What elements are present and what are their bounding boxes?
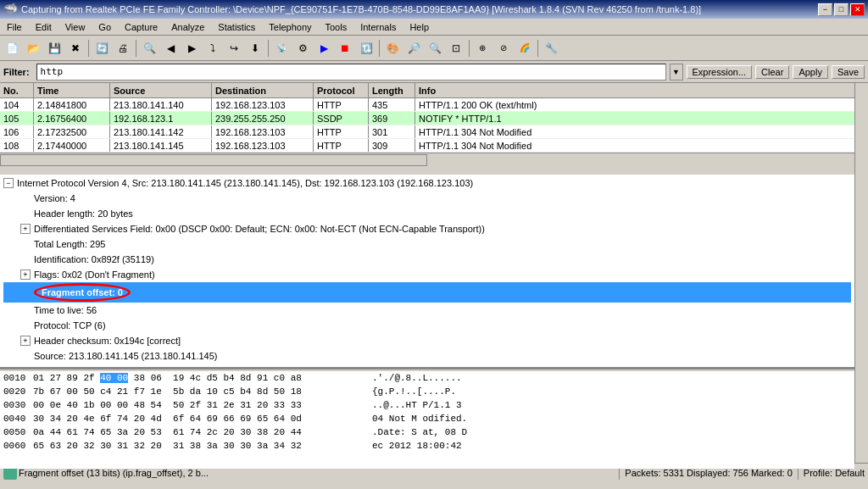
stop-capture-button[interactable]: ⏹ [335,38,355,58]
hex-row-0020: 0020 7b 67 00 50 c4 21 f7 1e 5b da 10 c5… [0,385,854,398]
hex-row-0030: 0030 00 0e 40 1b 00 00 48 54 50 2f 31 2e… [0,398,854,412]
table-row[interactable]: 108 2.17440000 213.180.141.145 192.168.1… [0,139,854,153]
ipv4-header-label: Internet Protocol Version 4, Src: 213.18… [17,176,473,190]
ipv4-header-row[interactable]: Internet Protocol Version 4, Src: 213.18… [3,175,851,191]
hex-row-0010: 0010 01 27 89 2f 40 00 38 06 19 4c d5 b4… [0,371,854,385]
toolbar-sep-3 [268,40,269,57]
toolbar-sep-5 [469,40,470,57]
detail-dsfield[interactable]: Differentiated Services Field: 0x00 (DSC… [3,221,851,236]
hex-pane-vscrollbar[interactable] [854,371,868,463]
details-pane: Internet Protocol Version 4, Src: 213.18… [0,175,854,370]
detail-source-ip[interactable]: Source: 213.180.141.145 (213.180.141.145… [3,348,851,364]
capture-filter-button[interactable]: ⊕ [472,38,492,58]
filter-bar: Filter: ▼ Expression... Clear Apply Save [0,61,868,83]
menu-statistics[interactable]: Statistics [211,19,262,36]
zoom-in-button[interactable]: 🔎 [403,38,424,58]
packet-list-content: No. Time Source Destination Protocol Len… [0,83,854,175]
detail-fragment-offset[interactable]: Fragment offset: 0 [3,282,851,303]
packet-list-wrapper: No. Time Source Destination Protocol Len… [0,83,868,175]
prefs-button[interactable]: 🔧 [541,38,561,58]
maximize-button[interactable]: □ [834,3,849,16]
menu-internals[interactable]: Internals [353,19,403,36]
detail-flags[interactable]: Flags: 0x02 (Don't Fragment) [3,267,851,282]
filter-input[interactable] [36,64,666,81]
hex-pane: 0010 01 27 89 2f 40 00 38 06 19 4c d5 b4… [0,371,854,469]
restart-capture-button[interactable]: 🔃 [356,38,376,58]
save-button[interactable]: 💾 [44,38,64,58]
detail-total-length[interactable]: Total Length: 295 [3,236,851,252]
display-filter-button[interactable]: ⊘ [493,38,514,58]
col-header-proto: Protocol [314,83,369,97]
packet-list-header: No. Time Source Destination Protocol Len… [0,83,854,98]
jump-button[interactable]: ⤵ [203,38,223,58]
h-scrollbar-thumb[interactable] [0,154,427,166]
toolbar: 📄 📂 💾 ✖ 🔄 🖨 🔍 ◀ ▶ ⤵ ↪ ⬇ 📡 ⚙ ▶ ⏹ 🔃 🎨 🔎 🔍 … [0,36,868,61]
menu-go[interactable]: Go [92,19,118,36]
minimize-button[interactable]: − [818,3,832,16]
status-fragment-text: Fragment offset (13 bits) (ip.frag_offse… [19,468,614,478]
table-row[interactable]: 104 2.14841800 213.180.141.140 192.168.1… [0,98,854,112]
detail-checksum[interactable]: Header checksum: 0x194c [correct] [3,333,851,348]
checksum-expand-icon[interactable] [20,336,31,346]
start-capture-button[interactable]: ▶ [314,38,334,58]
print-button[interactable]: 🖨 [113,38,133,58]
col-header-info: Info [415,83,854,97]
menu-help[interactable]: Help [403,19,436,36]
packet-list-vscrollbar[interactable] [854,83,868,175]
colorize-button[interactable]: 🎨 [382,38,403,58]
table-row[interactable]: 105 2.16756400 192.168.123.1 239.255.255… [0,112,854,125]
col-header-src: Source [110,83,212,97]
close-button2[interactable]: ✖ [65,38,86,58]
details-pane-vscrollbar[interactable] [854,175,868,371]
menu-view[interactable]: View [58,19,92,36]
clear-button[interactable]: Clear [755,65,789,79]
flags-expand-icon[interactable] [20,270,31,280]
next-button[interactable]: ▶ [181,38,202,58]
apply-button[interactable]: Apply [793,65,828,79]
menu-edit[interactable]: Edit [29,19,58,36]
prev-button[interactable]: ◀ [160,38,181,58]
menu-capture[interactable]: Capture [118,19,164,36]
capture-interfaces-button[interactable]: 📡 [271,38,292,58]
window-title: Capturing from Realtek PCIe FE Family Co… [21,4,701,14]
detail-protocol[interactable]: Protocol: TCP (6) [3,318,851,333]
go-button[interactable]: ↪ [224,38,244,58]
filter-dropdown-button[interactable]: ▼ [670,64,683,81]
reload-button[interactable]: 🔄 [92,38,112,58]
ipv4-expand-icon[interactable] [3,178,14,188]
hex-row-0060: 0060 65 63 20 32 30 31 32 20 31 38 3a 30… [0,439,854,453]
dsfield-expand-icon[interactable] [20,224,31,234]
h-scrollbar[interactable] [0,153,854,166]
toolbar-sep-1 [88,40,89,57]
detail-dst-ip[interactable]: Destination: 192.168.123.103 (192.168.12… [3,364,851,370]
ipv4-section: Internet Protocol Version 4, Src: 213.18… [0,175,854,370]
menu-file[interactable]: File [0,19,29,36]
table-row[interactable]: 106 2.17232500 213.180.141.142 192.168.1… [0,125,854,139]
find-button[interactable]: 🔍 [139,38,159,58]
hex-row-0040: 0040 30 34 20 4e 6f 74 20 4d 6f 64 69 66… [0,412,854,425]
menu-telephony[interactable]: Telephony [262,19,318,36]
details-pane-wrapper: Internet Protocol Version 4, Src: 213.18… [0,175,868,371]
detail-version[interactable]: Version: 4 [3,191,851,206]
close-button[interactable]: ✕ [850,3,865,16]
detail-header-length[interactable]: Header length: 20 bytes [3,206,851,221]
status-profile-text: Profile: Default [804,468,865,478]
detail-identification[interactable]: Identification: 0x892f (35119) [3,252,851,267]
hex-highlight: 40 00 [100,373,128,383]
capture-options-button[interactable]: ⚙ [292,38,313,58]
col-header-time: Time [34,83,110,97]
menu-tools[interactable]: Tools [319,19,354,36]
zoom-out-button[interactable]: 🔍 [425,38,445,58]
save-filter-button[interactable]: Save [832,65,865,79]
down-button[interactable]: ⬇ [245,38,265,58]
title-bar: 🦈 Capturing from Realtek PCIe FE Family … [0,0,868,19]
expression-button[interactable]: Expression... [687,65,753,79]
zoom-normal-button[interactable]: ⊡ [446,38,466,58]
colorize-rules-button[interactable]: 🌈 [515,38,535,58]
menu-analyze[interactable]: Analyze [164,19,211,36]
filter-label: Filter: [3,67,33,77]
open-button[interactable]: 📂 [23,38,43,58]
hex-pane-wrapper: 0010 01 27 89 2f 40 00 38 06 19 4c d5 b4… [0,371,868,463]
detail-ttl[interactable]: Time to live: 56 [3,303,851,318]
new-capture-button[interactable]: 📄 [2,38,22,58]
